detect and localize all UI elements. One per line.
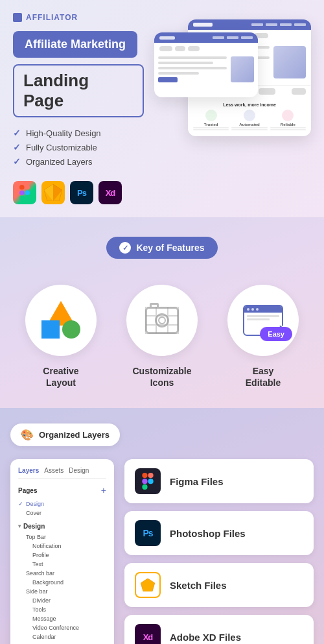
- nav-link: [280, 23, 292, 26]
- file-card-figma: Figma Files: [124, 459, 314, 503]
- layers-section-title: Pages: [18, 487, 37, 494]
- layers-tab-design[interactable]: Design: [69, 467, 89, 474]
- layers-add-button[interactable]: +: [101, 485, 106, 495]
- layers-panel: Layers Assets Design Pages + ✓ Design Co…: [10, 459, 114, 644]
- layer-name: Tools: [32, 606, 46, 613]
- nav-link: [251, 23, 263, 26]
- layers-tabs: Layers Assets Design: [18, 467, 106, 479]
- logo-pill: [175, 46, 185, 51]
- xd-file-icon: Xd: [135, 624, 161, 644]
- browser-dot: [251, 308, 254, 311]
- logo-pill: [159, 46, 172, 51]
- layer-name: Design: [26, 501, 44, 507]
- list-item: Cover: [18, 508, 106, 518]
- browser-dot: [247, 308, 249, 311]
- logo-pill: [259, 88, 275, 95]
- file-card-sketch: Sketch Files: [124, 563, 314, 607]
- list-item: Message: [18, 614, 106, 623]
- hero-section: AFFILIATOR Affiliate Marketing Landing P…: [0, 0, 324, 217]
- mockup-tagline: Less work, more income Trusted Automated: [188, 97, 311, 133]
- nav-link: [227, 36, 238, 39]
- sketch-svg: [44, 184, 62, 201]
- list-item: Video Conference: [18, 623, 106, 632]
- design-section: ▾ Design: [18, 521, 106, 532]
- svg-rect-9: [142, 473, 147, 478]
- layer-name: Calendar: [32, 634, 56, 640]
- grid-cell: [168, 307, 179, 316]
- mockup-hero-area-2: [154, 54, 258, 85]
- layer-name: Message: [32, 615, 56, 622]
- mockup-secondary: [154, 32, 258, 97]
- mockup-container: Less work, more income Trusted Automated: [154, 13, 311, 169]
- layer-name: Search bar: [26, 570, 54, 577]
- hero-title-badge: Affiliate Marketing: [13, 31, 137, 58]
- svg-rect-0: [19, 185, 25, 190]
- organized-badge: 🎨 Organized Layers: [10, 423, 120, 446]
- figma-file-icon: [135, 468, 161, 494]
- section-badge-label: Key of Features: [136, 243, 204, 253]
- sketch-file-svg: [141, 578, 155, 591]
- list-item: Side bar: [18, 587, 106, 596]
- feature-label-creative: CreativeLayout: [43, 365, 78, 388]
- layer-name: Notification: [32, 543, 62, 549]
- feature-icon-easy: Easy: [227, 285, 299, 356]
- svg-rect-1: [25, 185, 30, 190]
- figma-svg: [19, 185, 30, 200]
- list-item: ✓ Organized Layers: [13, 156, 144, 167]
- hero-subtitle: Landing Page: [13, 64, 144, 117]
- list-item: Tools: [18, 605, 106, 614]
- mockup-text-block-2: [158, 56, 227, 82]
- content-line: [247, 318, 270, 320]
- list-item: Top Bar: [18, 532, 106, 542]
- svg-rect-11: [142, 479, 147, 484]
- section-badge: ✓ Key of Features: [106, 237, 217, 259]
- sketch-file-name: Sketch Files: [170, 580, 227, 591]
- layer-name: Divider: [32, 597, 51, 604]
- nav-link: [294, 23, 306, 26]
- organized-icon: 🎨: [21, 429, 34, 441]
- svg-rect-4: [19, 195, 25, 200]
- layers-section: 🎨 Organized Layers Layers Assets Design …: [0, 408, 324, 644]
- file-card-xd: Xd Adobe XD Files: [124, 615, 314, 644]
- layer-name: Profile: [32, 552, 49, 558]
- camera-wrapper: [145, 307, 179, 334]
- layers-tab-assets[interactable]: Assets: [44, 467, 64, 474]
- layers-tab-layers[interactable]: Layers: [18, 467, 39, 474]
- layer-name: Cover: [26, 510, 41, 516]
- svg-rect-10: [148, 473, 153, 478]
- check-icon: ✓: [13, 156, 21, 167]
- feature-card-icons: CustomizableIcons: [117, 285, 207, 388]
- layer-name: Top Bar: [26, 534, 46, 540]
- feature-label: Fully Customizable: [26, 143, 97, 152]
- browser-dot: [256, 308, 259, 311]
- check-icon: ✓: [13, 128, 21, 138]
- layers-content: Layers Assets Design Pages + ✓ Design Co…: [10, 459, 314, 644]
- figma-tool-icon: [13, 181, 36, 204]
- file-card-ps: Ps Photoshop Files: [124, 511, 314, 555]
- design-label: Design: [23, 523, 45, 530]
- grid-cell: [145, 316, 156, 325]
- mockup-secondary-nav: [154, 32, 258, 43]
- feature-label: Organized Layers: [26, 157, 93, 167]
- features-section: ✓ Key of Features CreativeLayout: [0, 217, 324, 408]
- nav-logo: [193, 23, 213, 27]
- check-icon: ✓: [13, 142, 21, 152]
- feature-card-creative: CreativeLayout: [16, 285, 106, 388]
- brand-tag: AFFILIATOR: [13, 13, 144, 22]
- creative-layout-icon: [41, 301, 80, 340]
- grid-cell: [156, 316, 167, 325]
- layer-name: Side bar: [26, 588, 48, 595]
- brand-logos-2: [154, 43, 258, 54]
- features-list: ✓ High-Quality Design ✓ Fully Customizab…: [13, 128, 144, 167]
- mockup-text-line: [158, 56, 227, 59]
- figma-file-name: Figma Files: [170, 476, 224, 487]
- sketch-file-icon: [135, 572, 161, 598]
- grid-cell: [168, 325, 179, 334]
- ps-tool-icon: Ps: [70, 181, 93, 204]
- svg-marker-14: [141, 578, 155, 591]
- svg-point-12: [148, 479, 153, 484]
- file-list: Figma Files Ps Photoshop Files Sketch Fi…: [124, 459, 314, 644]
- list-item: ✓ High-Quality Design: [13, 128, 144, 138]
- list-item: ✓ Fully Customizable: [13, 142, 144, 152]
- mockup-img-placeholder: [273, 46, 306, 78]
